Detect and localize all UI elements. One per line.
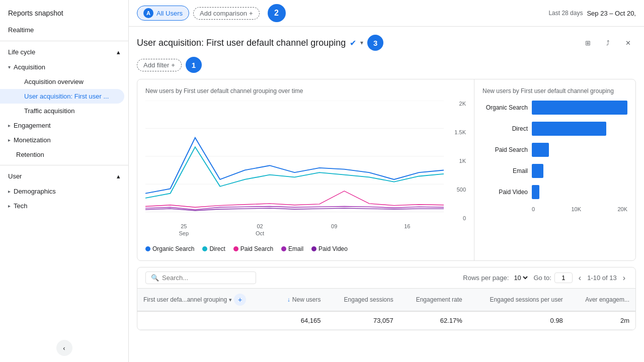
title-row: User acquisition: First user default cha…: [137, 35, 636, 51]
sidebar-item-realtime[interactable]: Realtime: [0, 22, 128, 38]
rows-per-page-label: Rows per page:: [463, 274, 509, 282]
close-icon-btn[interactable]: ✕: [620, 35, 636, 51]
add-comparison-plus-icon: +: [249, 10, 253, 17]
table-cell-avg-engagement: 2m: [569, 311, 635, 330]
sidebar-item-engagement[interactable]: ▸ Engagement: [0, 118, 128, 133]
bar-fill-paid-video: [532, 185, 539, 199]
bar-track-email: [532, 164, 627, 178]
goto-input[interactable]: [554, 273, 573, 283]
chevron-right-icon-demographics: ▸: [8, 189, 11, 194]
x-date-25: 25: [181, 223, 187, 229]
table-cell-engagement-rate: 62.17%: [399, 311, 468, 330]
title-dropdown-arrow[interactable]: ▾: [360, 39, 363, 46]
share-icon: ⤴: [606, 39, 610, 47]
segment-pill-all-users[interactable]: A All Users: [137, 6, 189, 21]
legend-paid-video: Paid Video: [311, 245, 348, 252]
bar-track-organic-search: [532, 101, 627, 115]
x-date-02: 02: [257, 223, 263, 229]
table-cell-dim: [137, 311, 273, 330]
sidebar-item-user-acquisition[interactable]: User acquisition: First user ...: [0, 89, 124, 104]
sidebar-section-user-label: User: [8, 172, 22, 180]
topbar: A All Users Add comparison + 2 Last 28 d…: [129, 0, 644, 27]
sidebar-bottom: ‹: [0, 334, 128, 362]
bar-fill-organic-search: [532, 101, 627, 115]
bar-row-paid-search: Paid Search: [482, 143, 627, 157]
filter-row: Add filter + 1: [137, 57, 636, 73]
table-chart-icon-btn[interactable]: ⊞: [580, 35, 596, 51]
chevron-right-icon-tech: ▸: [8, 203, 11, 209]
data-table: First user defa...annel grouping ▾ + ↓: [137, 289, 635, 330]
line-chart-svg: [145, 101, 444, 221]
x-month-oct: Oct: [256, 230, 264, 236]
new-users-sort-btn[interactable]: ↓ New users: [279, 296, 320, 303]
pagination-next-button[interactable]: ›: [621, 273, 627, 284]
chevron-up-icon: ▴: [117, 48, 120, 56]
sidebar-item-demographics[interactable]: ▸ Demographics: [0, 184, 128, 199]
bar-track-paid-search: [532, 143, 627, 157]
step-badge-3: 3: [367, 35, 383, 51]
sidebar: Reports snapshot Realtime Life cycle ▴ ▾…: [0, 0, 129, 362]
goto-label: Go to:: [533, 274, 551, 282]
bar-x-0: 0: [532, 206, 535, 212]
sidebar-item-monetization[interactable]: ▸ Monetization: [0, 133, 128, 147]
col-header-engaged-sessions-per: Engaged sessions per user: [468, 289, 569, 311]
search-box: 🔍: [145, 272, 256, 284]
x-axis-group-09: 09: [331, 223, 337, 236]
sidebar-item-tech[interactable]: ▸ Tech: [0, 199, 128, 213]
search-icon: 🔍: [151, 274, 159, 282]
collapse-icon: ‹: [63, 344, 65, 352]
col-engaged-sessions-label: Engaged sessions: [344, 296, 393, 303]
y-label-4: 0: [463, 215, 466, 221]
chevron-down-icon: ▾: [8, 64, 11, 70]
rows-per-page-select[interactable]: 10 25 50: [512, 274, 529, 282]
bar-x-axis: 0 10K 20K: [482, 206, 627, 212]
legend-label-paid-search: Paid Search: [240, 245, 273, 252]
bar-track-paid-video: [532, 185, 627, 199]
legend-paid-search: Paid Search: [233, 245, 273, 252]
sidebar-item-acquisition-overview[interactable]: Acquisition overview: [0, 74, 124, 89]
sidebar-section-user[interactable]: User ▴: [0, 168, 128, 184]
col-header-engagement-rate: Engagement rate: [399, 289, 468, 311]
x-axis-group-16: 16: [404, 223, 410, 236]
sidebar-item-acquisition[interactable]: ▾ Acquisition: [0, 60, 128, 74]
sidebar-section-lifecycle[interactable]: Life cycle ▴: [0, 44, 128, 60]
table-cell-engaged-sessions-per: 0.98: [468, 311, 569, 330]
content-area: User acquisition: First user default cha…: [129, 27, 644, 362]
table-chart-icon: ⊞: [585, 39, 591, 47]
goto: Go to:: [533, 273, 572, 283]
line-chart-section: New users by First user default channel …: [137, 79, 474, 260]
sidebar-acquisition-label: Acquisition: [14, 63, 45, 71]
col-new-users-label: New users: [292, 296, 321, 303]
col-engagement-rate-label: Engagement rate: [416, 296, 462, 303]
bar-row-organic-search: Organic Search: [482, 101, 627, 115]
bar-track-direct: [532, 122, 627, 136]
y-label-1: 1.5K: [454, 129, 466, 135]
dim-column-header[interactable]: First user defa...annel grouping ▾ +: [143, 294, 267, 306]
pagination-prev-button[interactable]: ‹: [577, 273, 583, 284]
sidebar-monetization-label: Monetization: [14, 136, 51, 144]
table-cell-engaged-sessions: 73,057: [327, 311, 399, 330]
segment-label: All Users: [156, 10, 183, 17]
sidebar-item-traffic-acquisition[interactable]: Traffic acquisition: [0, 104, 124, 118]
bar-x-10k: 10K: [571, 206, 581, 212]
bar-label-direct: Direct: [482, 125, 528, 132]
page-title: User acquisition: First user default cha…: [137, 38, 346, 48]
sidebar-item-retention[interactable]: Retention: [0, 147, 124, 162]
share-icon-btn[interactable]: ⤴: [600, 35, 616, 51]
add-column-button[interactable]: +: [234, 294, 246, 306]
legend-dot-email: [281, 246, 286, 251]
col-header-dim: First user defa...annel grouping ▾ +: [137, 289, 273, 311]
dim-dropdown[interactable]: First user defa...annel grouping ▾: [143, 296, 232, 303]
dim-label: First user defa...annel grouping: [143, 296, 227, 303]
bar-label-paid-search: Paid Search: [482, 146, 528, 153]
chevron-up-icon-user: ▴: [117, 172, 120, 180]
sidebar-section-lifecycle-label: Life cycle: [8, 48, 35, 56]
sidebar-collapse-button[interactable]: ‹: [56, 340, 72, 356]
add-comparison-button[interactable]: Add comparison +: [193, 7, 260, 20]
add-filter-button[interactable]: Add filter +: [137, 59, 182, 71]
search-input[interactable]: [162, 274, 243, 282]
pagination-info: 1-10 of 13: [587, 274, 617, 282]
main-content: A All Users Add comparison + 2 Last 28 d…: [129, 0, 644, 362]
status-check-icon: ✔: [350, 38, 356, 48]
x-axis-group-02oct: 02 Oct: [256, 223, 264, 236]
